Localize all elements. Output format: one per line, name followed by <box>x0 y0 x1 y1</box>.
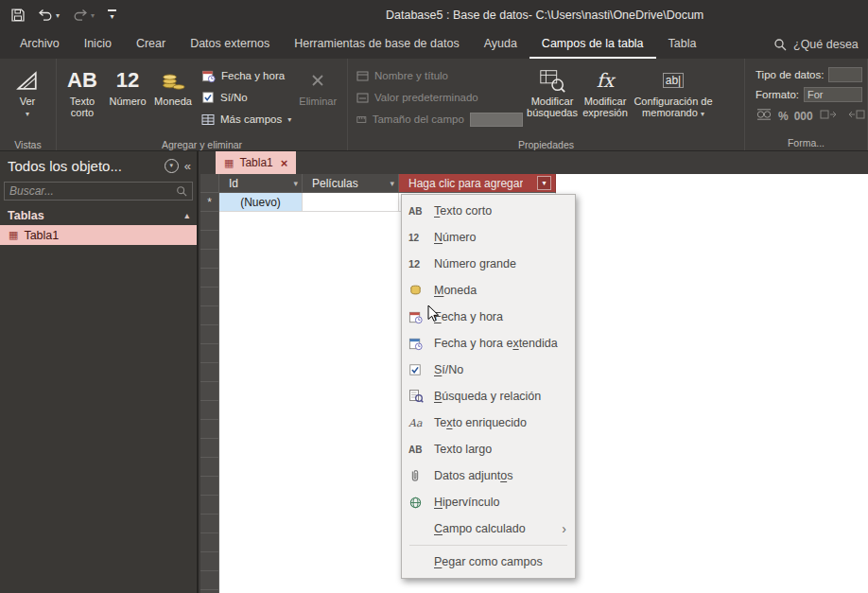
format-dropdown[interactable]: For <box>804 87 862 102</box>
record-selector[interactable] <box>200 231 219 250</box>
menu-item-moneda[interactable]: Moneda <box>402 277 575 304</box>
record-selector[interactable] <box>200 288 219 306</box>
record-selector[interactable] <box>200 571 219 590</box>
redo-button[interactable]: ▾ <box>73 9 95 22</box>
modify-expression-button[interactable]: fx Modificar expresión <box>578 61 633 138</box>
ribbon-tab-herramientas-de-base-de-datos[interactable]: Herramientas de base de datos <box>282 30 471 59</box>
lookup-table-icon <box>538 65 566 96</box>
record-selector[interactable] <box>200 420 219 439</box>
thousands-format-button[interactable]: 000 <box>794 110 813 123</box>
record-selector[interactable] <box>200 325 219 344</box>
new-record-selector[interactable]: * <box>200 193 219 212</box>
chevron-up-icon: ▴ <box>184 211 189 220</box>
table-icon: ▦ <box>224 157 234 169</box>
record-selector[interactable] <box>200 515 219 533</box>
menu-item-numero[interactable]: 12Número <box>402 224 575 251</box>
add-field-dropdown-button[interactable]: ▾ <box>537 176 551 190</box>
record-selector[interactable] <box>200 439 219 458</box>
large-number-icon: 12 <box>408 258 434 270</box>
menu-item-campo-calculado[interactable]: Campo calculado› <box>402 515 575 542</box>
record-selector[interactable] <box>200 533 219 552</box>
document-tab-tabla1[interactable]: ▦ Tabla1 × <box>216 151 296 174</box>
record-selector[interactable] <box>200 458 219 477</box>
name-title-button[interactable]: Nombre y título <box>356 67 523 84</box>
ribbon-tab-ayuda[interactable]: Ayuda <box>472 30 529 59</box>
modify-lookups-button[interactable]: Modificar búsquedas <box>527 61 578 138</box>
ribbon-tab-archivo[interactable]: Archivo <box>8 30 72 59</box>
menu-item-datos-adjuntos[interactable]: Datos adjuntos <box>402 462 575 489</box>
date-time-button[interactable]: Fecha y hora <box>201 67 291 84</box>
delete-button[interactable]: Eliminar <box>295 61 340 138</box>
table-icon: ▦ <box>9 229 18 241</box>
customize-qat-button[interactable]: ▾ <box>108 9 116 21</box>
short-text-button[interactable]: AB Texto corto <box>60 61 105 138</box>
ribbon-tab-campos-de-la-tabla[interactable]: Campos de la tabla <box>529 30 656 59</box>
menu-item-hipervinculo[interactable]: Hipervínculo <box>402 489 575 515</box>
record-selector[interactable] <box>200 477 219 496</box>
default-value-button[interactable]: Valor predeterminado <box>356 89 523 106</box>
search-icon <box>773 38 787 51</box>
select-all-corner[interactable] <box>200 174 219 193</box>
undo-button[interactable]: ▾ <box>38 9 60 22</box>
number-button[interactable]: 12 Número <box>105 61 150 138</box>
menu-item-texto-corto[interactable]: ABTexto corto <box>402 198 575 224</box>
menu-item-busqueda-y-relacion[interactable]: Búsqueda y relación <box>402 383 575 410</box>
ribbon-tab-tabla[interactable]: Tabla <box>656 30 709 59</box>
record-selector[interactable] <box>200 382 219 401</box>
record-selector[interactable] <box>200 496 219 515</box>
currency-format-button[interactable] <box>755 108 773 125</box>
field-size-input[interactable] <box>470 113 523 127</box>
percent-format-button[interactable]: % <box>778 110 789 123</box>
increase-decimals-button[interactable] <box>819 108 840 125</box>
column-header-id[interactable]: Id▾ <box>219 174 303 193</box>
record-selector[interactable] <box>200 212 219 231</box>
nav-pane-title[interactable]: Todos los objeto... <box>8 158 159 174</box>
menu-item-texto-enriquecido[interactable]: AaTexto enriquecido <box>402 410 575 436</box>
nav-section-tablas[interactable]: Tablas ▴ <box>0 206 197 225</box>
close-icon[interactable]: × <box>281 156 288 170</box>
decrease-decimals-button[interactable] <box>845 108 866 125</box>
nav-menu-chevron-icon[interactable]: ▾ <box>165 159 179 173</box>
record-selector[interactable] <box>200 250 219 269</box>
menu-item-si-no[interactable]: Sí/No <box>402 357 575 383</box>
menu-item-fecha-y-hora[interactable]: Fecha y hora <box>402 304 575 330</box>
cell-id-new[interactable]: (Nuevo) <box>219 193 303 212</box>
ribbon-tab-datos-externos[interactable]: Datos externos <box>178 30 282 59</box>
table-grid-icon <box>201 113 215 126</box>
customize-toolbar-icon: ▾ <box>108 9 116 21</box>
ribbon-tab-list: ArchivoInicioCrearDatos externosHerramie… <box>8 30 708 59</box>
record-selector[interactable] <box>200 363 219 382</box>
data-type-dropdown[interactable] <box>828 67 862 82</box>
column-dropdown-icon[interactable]: ▾ <box>293 179 298 188</box>
nav-search-box[interactable]: Buscar... <box>4 182 193 201</box>
currency-button[interactable]: Moneda <box>150 61 196 138</box>
record-selector[interactable] <box>200 344 219 363</box>
column-header-peliculas[interactable]: Películas▾ <box>303 174 399 193</box>
ribbon-search[interactable]: ¿Qué desea <box>773 30 868 59</box>
record-selector[interactable] <box>200 306 219 325</box>
chevron-down-icon: ▾ <box>26 109 29 120</box>
view-button[interactable]: Ver ▾ <box>3 61 52 138</box>
shutter-bar-button[interactable]: « <box>184 159 191 173</box>
field-size-row: Tamaño del campo <box>356 111 523 128</box>
record-selector[interactable] <box>200 401 219 420</box>
menu-item-fecha-y-hora-extendida[interactable]: Fecha y hora extendida <box>402 330 575 357</box>
ribbon-tab-crear[interactable]: Crear <box>124 30 178 59</box>
ribbon-tab-inicio[interactable]: Inicio <box>72 30 124 59</box>
column-header-haga-clic-para-agregar[interactable]: Haga clic para agregar▾ <box>399 174 556 193</box>
more-fields-button[interactable]: Más campos ▾ <box>201 111 291 128</box>
menu-item-numero-grande[interactable]: 12Número grande <box>402 251 575 277</box>
column-dropdown-icon[interactable]: ▾ <box>390 179 394 188</box>
save-button[interactable] <box>11 9 25 22</box>
memo-settings-button[interactable]: ab| Configuración de memorando ▾ <box>633 61 714 138</box>
yes-no-button[interactable]: Sí/No <box>201 89 291 106</box>
menu-item-texto-largo[interactable]: ABTexto largo <box>402 436 575 462</box>
record-selector[interactable] <box>200 269 219 288</box>
record-selector[interactable] <box>200 552 219 571</box>
titlebar: ▾ ▾ ▾ Database5 : Base de datos- C:\User… <box>0 0 868 30</box>
default-value-icon <box>356 92 369 104</box>
fx-icon: fx <box>597 65 615 96</box>
menu-item-pegar-como-campos[interactable]: Pegar como campos <box>402 549 575 575</box>
cell-peliculas-new[interactable] <box>303 193 399 212</box>
nav-item-tabla1[interactable]: ▦Tabla1 <box>0 225 197 245</box>
